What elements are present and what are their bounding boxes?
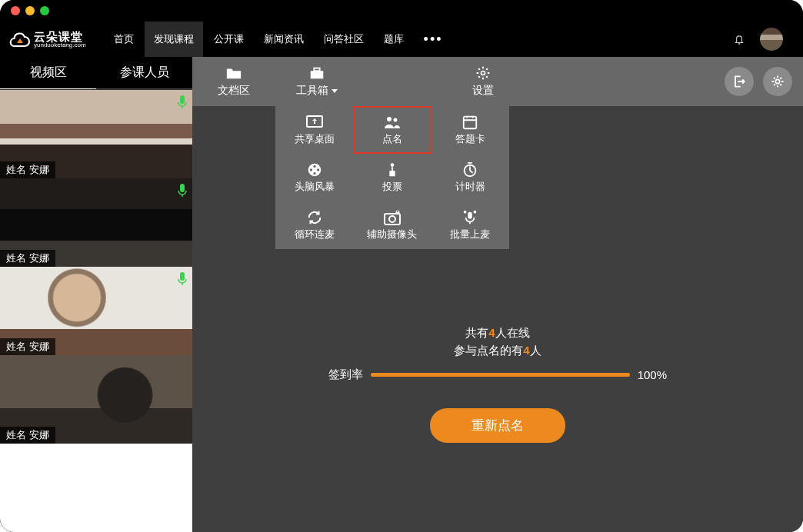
mic-cluster-icon — [461, 209, 479, 226]
svg-rect-11 — [464, 117, 477, 129]
svg-rect-22 — [468, 212, 473, 219]
svg-point-13 — [313, 165, 315, 168]
dd-vote[interactable]: 投票 — [353, 154, 431, 201]
gear-icon — [770, 74, 785, 89]
logo[interactable]: 云朵课堂 yunduoketang.com — [9, 31, 86, 48]
refresh-icon — [305, 209, 324, 226]
dd-rotate-mic[interactable]: 循环连麦 — [275, 201, 353, 249]
online-count-line: 共有4人在线 — [465, 326, 529, 341]
dd-brainstorm[interactable]: 头脑风暴 — [275, 154, 353, 201]
video-tile[interactable]: 姓名 安娜 — [0, 267, 192, 355]
svg-point-14 — [309, 168, 312, 171]
dd-timer[interactable]: 计时器 — [431, 154, 509, 201]
toolbar-toolbox[interactable]: 工具箱 — [275, 57, 358, 106]
rollcall-again-button[interactable]: 重新点名 — [430, 408, 565, 443]
svg-point-10 — [393, 118, 397, 122]
gear-icon — [475, 65, 491, 81]
dd-answer-card[interactable]: 答题卡 — [431, 106, 509, 154]
video-tile[interactable]: 姓名 安娜 — [0, 355, 192, 444]
people-icon — [383, 114, 402, 131]
nav-discover[interactable]: 发现课程 — [145, 22, 203, 57]
app-window: 云朵课堂 yunduoketang.com 首页 发现课程 公开课 新闻资讯 问… — [0, 0, 803, 532]
nav-home[interactable]: 首页 — [105, 22, 143, 57]
toolbox-icon — [308, 65, 325, 81]
svg-point-9 — [387, 117, 392, 121]
more-icon: ••• — [424, 32, 443, 48]
nav-bank[interactable]: 题库 — [375, 22, 413, 57]
vote-icon — [383, 161, 402, 178]
logo-subtitle: yunduoketang.com — [34, 42, 86, 48]
mic-icon — [177, 183, 188, 197]
content-area: 文档区 工具箱 设置 — [192, 57, 803, 532]
svg-point-20 — [389, 216, 395, 222]
window-maximize-icon[interactable] — [40, 6, 49, 15]
clock-icon — [461, 161, 479, 178]
window-titlebar — [0, 0, 803, 22]
logo-title: 云朵课堂 — [34, 31, 86, 42]
rate-value: 100% — [638, 368, 667, 381]
chevron-down-icon — [332, 89, 338, 93]
toolbar-docs[interactable]: 文档区 — [192, 57, 275, 106]
svg-point-16 — [313, 172, 315, 175]
camera-icon — [383, 209, 402, 226]
svg-point-7 — [775, 79, 779, 83]
tab-video[interactable]: 视频区 — [0, 57, 96, 89]
name-label: 姓名 安娜 — [0, 161, 55, 178]
sidebar-tabs: 视频区 参课人员 — [0, 57, 192, 89]
svg-point-15 — [317, 168, 319, 171]
calendar-icon — [461, 114, 479, 131]
name-label: 姓名 安娜 — [0, 427, 55, 444]
svg-point-23 — [464, 211, 467, 214]
svg-point-17 — [391, 163, 395, 167]
screen-share-icon — [305, 114, 324, 131]
toolbar: 文档区 工具箱 设置 — [192, 57, 803, 106]
mic-icon — [177, 271, 188, 285]
progress-bar — [371, 373, 630, 377]
svg-rect-1 — [180, 95, 185, 104]
video-tile[interactable]: 姓名 安娜 — [0, 178, 192, 267]
window-close-icon[interactable] — [11, 6, 20, 15]
video-tile[interactable]: 姓名 安娜 — [0, 90, 192, 178]
svg-point-24 — [474, 211, 477, 214]
exit-button[interactable] — [725, 67, 754, 96]
toolbar-settings[interactable]: 设置 — [441, 57, 525, 106]
folder-icon — [225, 65, 242, 81]
svg-rect-2 — [180, 184, 185, 192]
bell-icon[interactable] — [732, 32, 746, 47]
mic-icon — [177, 95, 188, 108]
attend-count-line: 参与点名的有4人 — [454, 344, 541, 358]
tab-participants[interactable]: 参课人员 — [96, 57, 192, 89]
svg-rect-4 — [311, 71, 324, 78]
dd-batch-mic[interactable]: 批量上麦 — [431, 201, 509, 249]
nav-news[interactable]: 新闻资讯 — [255, 22, 313, 57]
window-minimize-icon[interactable] — [25, 6, 35, 15]
avatar[interactable] — [760, 28, 783, 51]
rollcall-panel: 共有4人在线 参与点名的有4人 签到率 100% 重新点名 — [340, 326, 655, 443]
svg-point-6 — [481, 71, 485, 75]
video-tile[interactable] — [0, 444, 192, 532]
svg-rect-5 — [314, 68, 319, 71]
dd-share-desktop[interactable]: 共享桌面 — [275, 106, 353, 154]
svg-point-0 — [738, 43, 740, 45]
progress-row: 签到率 100% — [328, 367, 667, 382]
nav-public[interactable]: 公开课 — [205, 22, 253, 57]
rate-label: 签到率 — [328, 367, 363, 382]
settings-button[interactable] — [763, 67, 792, 96]
name-label: 姓名 安娜 — [0, 250, 55, 267]
nav-more[interactable]: ••• — [415, 22, 452, 57]
video-thumb — [0, 444, 192, 532]
video-list: 姓名 安娜 姓名 安娜 姓名 安娜 姓名 安娜 — [0, 89, 192, 532]
cloud-icon — [9, 31, 31, 48]
nav-qa[interactable]: 问答社区 — [315, 22, 373, 57]
svg-rect-3 — [180, 272, 185, 281]
sidebar: 视频区 参课人员 姓名 安娜 姓名 安娜 姓名 安娜 — [0, 57, 192, 532]
film-reel-icon — [305, 161, 324, 178]
dd-aux-camera[interactable]: 辅助摄像头 — [353, 201, 431, 249]
exit-icon — [731, 74, 747, 89]
top-nav: 云朵课堂 yunduoketang.com 首页 发现课程 公开课 新闻资讯 问… — [0, 22, 803, 57]
toolbox-dropdown: 共享桌面 点名 答题卡 头脑风暴 投票 — [275, 106, 509, 249]
dd-roll-call[interactable]: 点名 — [353, 106, 431, 154]
name-label: 姓名 安娜 — [0, 338, 55, 355]
